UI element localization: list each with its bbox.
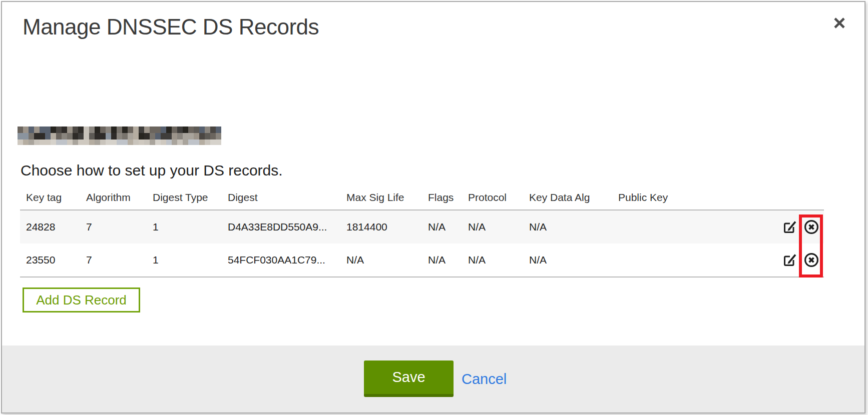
ds-records-table: Key tag Algorithm Digest Type Digest Max…: [20, 185, 824, 278]
column-header-digest: Digest: [222, 185, 340, 210]
cell-flags: N/A: [422, 244, 462, 277]
cell-key-data-alg: N/A: [523, 244, 612, 277]
delete-record-icon[interactable]: [803, 252, 819, 268]
column-header-public-key: Public Key: [612, 185, 737, 210]
column-header-max-sig-life: Max Sig Life: [340, 185, 422, 210]
cell-max-sig-life: 1814400: [340, 210, 422, 244]
modal-title: Manage DNSSEC DS Records: [23, 15, 319, 39]
cell-protocol: N/A: [462, 244, 523, 277]
cell-key-tag: 24828: [20, 210, 80, 244]
cell-max-sig-life: N/A: [340, 244, 422, 277]
cell-public-key: [612, 244, 737, 277]
cell-digest-type: 1: [147, 210, 222, 244]
column-header-flags: Flags: [422, 185, 462, 210]
column-header-protocol: Protocol: [462, 185, 523, 210]
close-icon: [832, 16, 846, 30]
table-header-row: Key tag Algorithm Digest Type Digest Max…: [20, 185, 824, 210]
column-header-key-tag: Key tag: [20, 185, 80, 210]
cell-digest-type: 1: [147, 244, 222, 277]
cell-digest: 54FCF030AA1C79...: [222, 244, 340, 277]
cell-algorithm: 7: [80, 244, 147, 277]
modal-footer: Save Cancel: [2, 346, 864, 412]
column-header-key-data-alg: Key Data Alg: [523, 185, 612, 210]
cell-actions: [737, 210, 824, 244]
cell-actions: [737, 244, 824, 277]
dnssec-ds-records-modal: Manage DNSSEC DS Records Choose how to s…: [1, 1, 865, 414]
edit-record-icon[interactable]: [782, 219, 798, 235]
table-row: 24828 7 1 D4A33E8DD550A9... 1814400 N/A …: [20, 210, 824, 244]
cell-key-data-alg: N/A: [523, 210, 612, 244]
column-header-digest-type: Digest Type: [147, 185, 222, 210]
redacted-domain: [18, 126, 221, 145]
cell-digest: D4A33E8DD550A9...: [222, 210, 340, 244]
cell-protocol: N/A: [462, 210, 523, 244]
instruction-text: Choose how to set up your DS records.: [21, 162, 283, 179]
edit-record-icon[interactable]: [782, 252, 798, 268]
delete-record-icon[interactable]: [803, 219, 819, 235]
table-row: 23550 7 1 54FCF030AA1C79... N/A N/A N/A …: [20, 244, 824, 277]
add-ds-record-button[interactable]: Add DS Record: [23, 288, 140, 312]
cell-flags: N/A: [422, 210, 462, 244]
cell-key-tag: 23550: [20, 244, 80, 277]
save-button[interactable]: Save: [364, 360, 454, 397]
cell-public-key: [612, 210, 737, 244]
column-header-algorithm: Algorithm: [80, 185, 147, 210]
cancel-link[interactable]: Cancel: [462, 346, 507, 412]
close-button[interactable]: [832, 16, 846, 30]
column-header-actions: [737, 185, 824, 210]
cell-algorithm: 7: [80, 210, 147, 244]
